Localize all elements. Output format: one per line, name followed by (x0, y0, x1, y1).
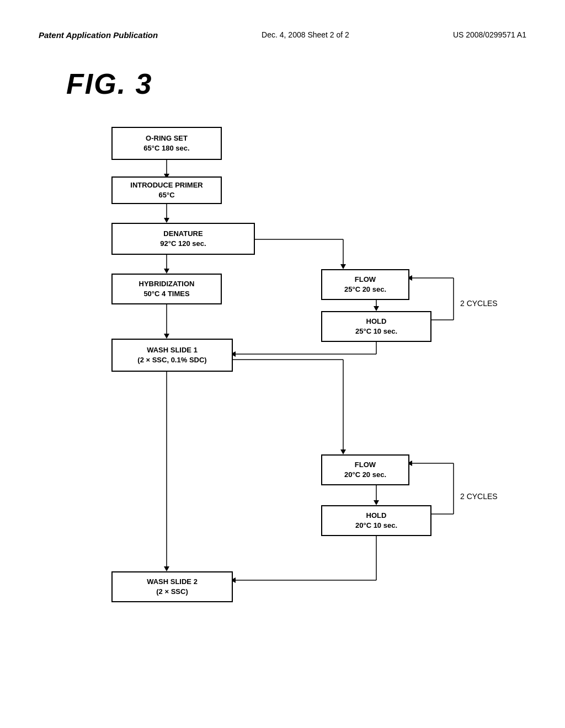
header-publication: Patent Application Publication (39, 30, 158, 40)
svg-marker-10 (340, 264, 346, 269)
flow2-box: FLOW 20°C 20 sec. (321, 454, 409, 485)
svg-marker-12 (374, 306, 379, 311)
hold2-box: HOLD 20°C 10 sec. (321, 505, 431, 536)
hybridization-box: HYBRIDIZATION 50°C 4 TIMES (111, 274, 222, 304)
diagram-area: O-RING SET 65°C 180 sec. INTRODUCE PRIME… (78, 117, 564, 657)
oring-box: O-RING SET 65°C 180 sec. (111, 127, 222, 160)
primer-box: INTRODUCE PRIMER 65°C (111, 176, 222, 204)
header: Patent Application Publication Dec. 4, 2… (0, 0, 565, 51)
cycles1-label: 2 CYCLES (460, 299, 498, 308)
hold1-box: HOLD 25°C 10 sec. (321, 311, 431, 342)
denature-box: DENATURE 92°C 120 sec. (111, 223, 255, 255)
svg-marker-24 (340, 449, 346, 454)
page: Patent Application Publication Dec. 4, 2… (0, 0, 565, 728)
flow1-box: FLOW 25°C 20 sec. (321, 269, 409, 300)
wash1-box: WASH SLIDE 1 (2 × SSC, 0.1% SDC) (111, 339, 233, 372)
header-patent-number: US 2008/0299571 A1 (453, 30, 526, 39)
svg-marker-5 (164, 269, 169, 274)
svg-marker-26 (374, 500, 379, 505)
svg-marker-3 (164, 218, 169, 223)
header-date-sheet: Dec. 4, 2008 Sheet 2 of 2 (262, 30, 349, 39)
svg-marker-21 (164, 566, 169, 571)
svg-marker-7 (164, 334, 169, 339)
wash2-box: WASH SLIDE 2 (2 × SSC) (111, 571, 233, 602)
figure-title: FIG. 3 (66, 67, 565, 100)
cycles2-label: 2 CYCLES (460, 492, 498, 501)
